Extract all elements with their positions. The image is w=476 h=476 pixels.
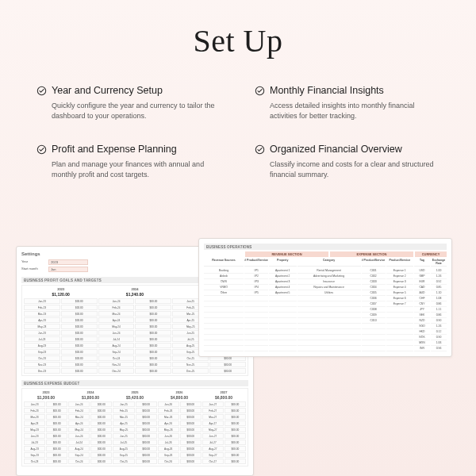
cell: Advertising and Marketing xyxy=(298,274,361,279)
cell-value: $00.00 xyxy=(180,420,202,426)
feature-heading: Organized Financial Overview xyxy=(270,144,402,155)
table-row: NOK0.90 xyxy=(204,335,447,340)
cell-value: $00.00 xyxy=(61,336,98,342)
year-total: $1,240.00 xyxy=(98,292,171,297)
group-currency: CURRENCY xyxy=(415,251,447,257)
cell xyxy=(386,307,414,313)
check-circle-icon xyxy=(36,144,47,155)
group-revenue: REVENUE SECTION xyxy=(245,251,328,257)
cell: 0.12 xyxy=(431,329,447,335)
table-row: HKD0.12 xyxy=(204,329,447,335)
cell-value: $00.00 xyxy=(225,401,246,407)
cell xyxy=(386,346,414,351)
cell-value: $00.00 xyxy=(46,408,67,413)
table-row: Other#P5Apartment 5UtilitiesC005Expense … xyxy=(204,290,447,296)
feature-desc: Plan and manage your finances with annua… xyxy=(52,159,221,180)
cell xyxy=(386,340,414,346)
cell-value: $00.00 xyxy=(225,446,246,451)
cell-value: $00.00 xyxy=(135,368,171,374)
year-label: 2024 xyxy=(98,287,171,291)
cell-month: May-27 xyxy=(202,427,224,432)
cell-value: $00.00 xyxy=(135,324,171,329)
field-value: 2023 xyxy=(48,259,88,265)
cell-value: $00.00 xyxy=(135,317,171,323)
cell: Expense 1 xyxy=(386,268,414,274)
cell xyxy=(204,340,244,346)
cell xyxy=(244,296,268,301)
cell: USD xyxy=(414,268,430,274)
cell-month: Sep-24 xyxy=(68,452,90,458)
cell-value: $00.00 xyxy=(90,452,112,458)
cell-value: $00.00 xyxy=(136,440,157,445)
cell xyxy=(269,318,297,324)
cell-value: $00.00 xyxy=(90,459,112,464)
cell-month: May-25 xyxy=(113,427,134,432)
cell: C009 xyxy=(362,313,386,318)
cell-month: Apr-26 xyxy=(158,420,179,426)
cell-value: $00.00 xyxy=(136,459,157,464)
cell-month: Aug-23 xyxy=(24,446,45,451)
cell: C002 xyxy=(362,274,386,279)
cell-value: $00.00 xyxy=(180,452,202,458)
table-row: Booking#P1Apartment 1Rental ManagementC0… xyxy=(204,268,447,274)
cell: Airbnb xyxy=(204,274,244,279)
table-row: C008JPY1.11 xyxy=(204,307,447,313)
cell-value: $00.00 xyxy=(90,446,112,451)
cell xyxy=(244,307,268,313)
cell: Expense 4 xyxy=(386,285,414,290)
cell: GBP xyxy=(414,274,430,279)
cell: #P3 xyxy=(244,279,268,285)
table-row: C009SEK0.86 xyxy=(204,313,447,318)
cell: C005 xyxy=(362,290,386,296)
cell-value: $00.00 xyxy=(61,343,98,348)
cell-value: $00.00 xyxy=(61,349,98,355)
cell-value: $00.00 xyxy=(61,317,98,323)
cell: 0.96 xyxy=(431,346,447,351)
cell xyxy=(204,307,244,313)
cell xyxy=(269,324,297,329)
cell-month: Nov-23 xyxy=(24,362,60,367)
cell-value: $00.00 xyxy=(180,440,202,445)
cell: Other xyxy=(204,290,244,296)
cell xyxy=(269,301,297,307)
col-head: Property xyxy=(269,258,297,267)
cell: HKD xyxy=(414,329,430,335)
field-value: Jan xyxy=(48,267,88,272)
cell xyxy=(269,296,297,301)
cell-month: Jan-26 xyxy=(158,401,179,407)
feature-heading: Year and Currency Setup xyxy=(52,85,163,96)
cell-month: Jan-23 xyxy=(24,298,60,304)
cell-value: $00.00 xyxy=(46,440,67,445)
cell xyxy=(204,329,244,335)
cell-month: Dec-24 xyxy=(98,368,135,374)
cell: C001 xyxy=(362,268,386,274)
col-head: Category xyxy=(298,258,361,267)
cell-month: Mar-27 xyxy=(202,414,224,420)
cell-month: Mar-23 xyxy=(24,414,45,420)
cell: VRBO xyxy=(204,285,244,290)
cell xyxy=(386,318,414,324)
cell-month: Jan-25 xyxy=(113,401,134,407)
cell xyxy=(298,340,361,346)
cell-month: Jun-25 xyxy=(113,433,134,439)
cell-month: Dec-25 xyxy=(172,368,209,374)
page-title: Set Up xyxy=(0,22,476,60)
cell xyxy=(362,335,386,340)
cell-value: $00.00 xyxy=(46,452,67,458)
cell: 0.90 xyxy=(431,335,447,340)
cell-month: Mar-26 xyxy=(158,414,179,420)
cell-month: Aug-27 xyxy=(202,446,224,451)
cell-value: $00.00 xyxy=(136,408,157,413)
cell xyxy=(204,335,244,340)
field-label: Year xyxy=(21,259,45,265)
cell: EUR xyxy=(414,279,430,285)
check-circle-icon xyxy=(255,86,265,96)
cell: Apartment 1 xyxy=(269,268,297,274)
cell-month: Oct-24 xyxy=(98,355,135,361)
cell-value: $00.00 xyxy=(209,362,246,367)
cell-month: Jul-25 xyxy=(113,440,134,445)
cell xyxy=(269,329,297,335)
cell-month: May-23 xyxy=(24,427,45,432)
cell: Apartment 3 xyxy=(269,279,297,285)
cell: 0.85 xyxy=(431,285,447,290)
